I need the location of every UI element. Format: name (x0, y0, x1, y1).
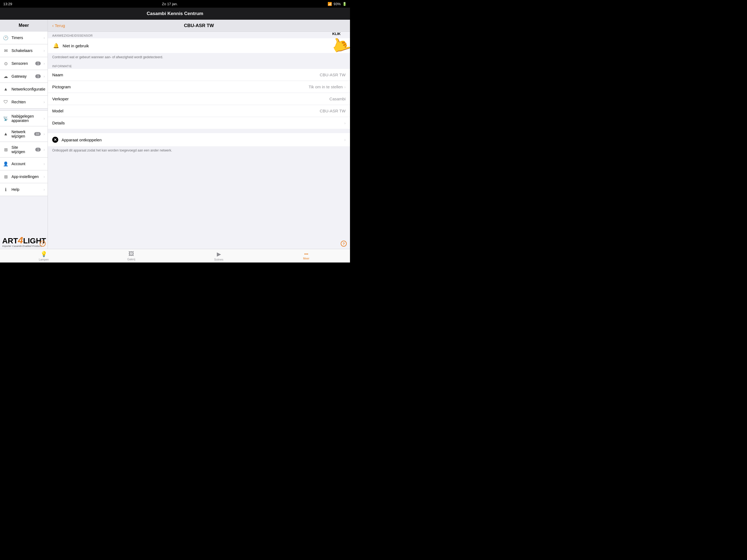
aanwezigheidssensor-note: Controleert wat er gebeurt wanneer aan- … (48, 53, 350, 62)
chevron-right-icon: › (44, 48, 45, 53)
sidebar-item-rechten[interactable]: 🛡 Rechten › (0, 96, 48, 108)
aanwezigheidssensor-section: AANWEZIGHEIDSSENSOR 🔔 Niet in gebruik › … (48, 32, 350, 62)
informatie-card: Naam CBU-ASR TW Pictogram Tik om in te s… (48, 69, 350, 129)
sidebar-item-netwerkconfiguratie[interactable]: ▲ Netwerkconfiguratie › (0, 83, 48, 96)
account-icon: 👤 (3, 161, 9, 167)
chevron-right-icon: › (44, 74, 45, 78)
sidebar-item-account[interactable]: 👤 Account › (0, 157, 48, 170)
aanwezigheidssensor-header: AANWEZIGHEIDSSENSOR (48, 32, 350, 38)
chevron-right-icon: › (344, 85, 345, 89)
niet-in-gebruik-label: Niet in gebruik (62, 44, 344, 48)
model-value: CBU-ASR TW (319, 108, 345, 113)
rechten-icon: 🛡 (3, 99, 9, 105)
informatie-header: INFORMATIE (48, 62, 350, 69)
chevron-right-icon: › (44, 116, 45, 121)
sidebar-item-label: Account (11, 161, 41, 166)
sidebar-item-help[interactable]: ℹ Help › (0, 183, 48, 196)
sidebar-item-timers[interactable]: 🕐 Timers › (0, 31, 48, 44)
tab-galerij[interactable]: 🖼 Galerij (87, 251, 175, 261)
verkoper-row: Verkoper Casambi (48, 93, 350, 105)
chevron-right-icon: › (44, 161, 45, 166)
naam-row: Naam CBU-ASR TW (48, 69, 350, 81)
sidebar-item-app-instellingen[interactable]: ⊞ App-instellingen › (0, 170, 48, 183)
detail-panel: ‹ Terug CBU-ASR TW KLIK 🤙 AANWEZIGHEIDSS… (48, 20, 350, 249)
sidebar-item-schakelaars[interactable]: ✉ Schakelaars › (0, 44, 48, 57)
ontkoppelen-row[interactable]: ✕ Apparaat ontkoppelen › (48, 133, 350, 146)
sidebar-item-label: App-instellingen (11, 175, 41, 179)
sidebar-separator (0, 108, 48, 111)
sidebar-item-site-wijzigen[interactable]: ⊞ Site wijzigen 1 › (0, 142, 48, 157)
niet-in-gebruik-row[interactable]: 🔔 Niet in gebruik › (48, 38, 350, 53)
sidebar: Meer 🕐 Timers › ✉ Schakelaars › ⊙ Sensor… (0, 20, 48, 249)
site-wijzigen-icon: ⊞ (3, 147, 9, 153)
gateway-icon: ☁ (3, 73, 9, 79)
netwerk-wijzigen-icon: ▲ (3, 131, 9, 137)
sidebar-item-label: Rechten (11, 100, 41, 104)
back-button[interactable]: ‹ Terug (52, 23, 65, 28)
status-time: 13:29 (3, 2, 12, 6)
title-bar: Casambi Kennis Centrum (0, 8, 350, 20)
chevron-right-icon: › (44, 61, 45, 66)
site-wijzigen-badge: 1 (35, 148, 41, 152)
model-label: Model (52, 108, 319, 113)
sensoren-badge: 1 (35, 61, 41, 65)
verkoper-value: Casambi (330, 97, 345, 101)
sidebar-item-label: Netwerk wijzigen (11, 130, 31, 138)
galerij-icon: 🖼 (129, 251, 134, 257)
schakelaars-icon: ✉ (3, 48, 9, 54)
sidebar-item-netwerk-wijzigen[interactable]: ▲ Netwerk wijzigen 33 › (0, 126, 48, 142)
chevron-right-icon: › (44, 175, 45, 179)
app-instellingen-icon: ⊞ (3, 174, 9, 180)
tab-lampen-label: Lampen (39, 258, 49, 261)
netwerkconfiguratie-icon: ▲ (3, 86, 9, 92)
back-label: Terug (55, 23, 65, 28)
chevron-right-icon: › (44, 100, 45, 104)
sidebar-item-label: Sensoren (11, 61, 32, 66)
sidebar-item-label: Help (11, 187, 41, 192)
help-circle-sidebar[interactable]: ? (40, 240, 46, 247)
chevron-right-icon: › (44, 35, 45, 40)
nabijgelegen-icon: 📡 (3, 116, 9, 121)
hand-overlay: KLIK 🤙 (331, 32, 350, 54)
details-label: Details (52, 121, 344, 125)
ontkoppelen-card: ✕ Apparaat ontkoppelen › (48, 133, 350, 146)
sidebar-item-label: Timers (11, 35, 41, 40)
tab-meer-label: Meer (303, 257, 310, 260)
help-circle-detail[interactable]: ? (341, 240, 347, 247)
chevron-right-icon: › (44, 187, 45, 192)
sidebar-item-label: Netwerkconfiguratie (11, 87, 45, 91)
chevron-right-icon: › (344, 137, 345, 142)
sidebar-item-nabijgelegen[interactable]: 📡 Nabijgelegen apparaten › (0, 111, 48, 126)
naam-value: CBU-ASR TW (319, 73, 345, 77)
tab-bar: 💡 Lampen 🖼 Galerij ▶ Scènes ••• Meer (0, 249, 350, 262)
tab-scenes[interactable]: ▶ Scènes (175, 251, 262, 261)
lampen-icon: 💡 (41, 251, 47, 257)
watermark: ART4LIGHT Importer Casambi Enabled Produ… (2, 235, 46, 248)
gateway-badge: 1 (35, 74, 41, 78)
spacer (48, 129, 350, 133)
bell-icon: 🔔 (52, 42, 60, 50)
sidebar-header: Meer (0, 20, 48, 31)
status-bar: 13:29 Zo 17 jan. 📶 93% 🔋 (0, 0, 350, 8)
hand-finger: 🤙 (328, 32, 350, 57)
sidebar-item-label: Schakelaars (11, 48, 41, 53)
pictogram-row[interactable]: Pictogram Tik om in te stellen › (48, 81, 350, 93)
verkoper-label: Verkoper (52, 97, 330, 101)
ontkoppelen-label: Apparaat ontkoppelen (61, 137, 344, 142)
help-icon-sidebar-item: ℹ (3, 186, 9, 193)
details-row[interactable]: Details › (48, 117, 350, 129)
netwerk-wijzigen-badge: 33 (34, 132, 41, 136)
detail-header: ‹ Terug CBU-ASR TW (48, 20, 350, 32)
sidebar-item-sensoren[interactable]: ⊙ Sensoren 1 › (0, 57, 48, 70)
sidebar-item-label: Site wijzigen (11, 145, 32, 154)
ontkoppelen-note: Ontkoppelt dit apparaat zodat het kan wo… (48, 146, 350, 156)
tab-galerij-label: Galerij (127, 258, 135, 261)
watermark-art: ART (2, 236, 18, 245)
tab-lampen[interactable]: 💡 Lampen (0, 251, 87, 261)
battery-icon: 🔋 (342, 2, 347, 6)
sidebar-item-gateway[interactable]: ☁ Gateway 1 › (0, 70, 48, 83)
tab-meer[interactable]: ••• Meer (262, 252, 350, 260)
uncouple-x-icon: ✕ (52, 137, 58, 143)
informatie-section: INFORMATIE Naam CBU-ASR TW Pictogram Tik… (48, 62, 350, 129)
model-row: Model CBU-ASR TW (48, 105, 350, 117)
